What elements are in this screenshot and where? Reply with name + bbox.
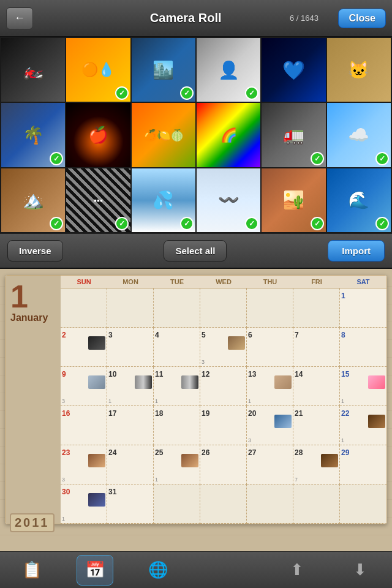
cal-day-28[interactable]: 28 7 — [293, 445, 340, 484]
photo-cell[interactable]: 🌴 ✓ — [1, 103, 65, 167]
month-number: 1 — [10, 281, 56, 312]
selected-badge: ✓ — [311, 152, 324, 165]
photo-cell[interactable]: 🌈 — [197, 103, 260, 167]
cal-thumb — [88, 375, 105, 389]
photo-cell[interactable]: 🌊 ✓ — [327, 168, 391, 232]
selected-badge: ✓ — [115, 86, 129, 100]
cal-day-3[interactable]: 3 — [107, 328, 154, 367]
cal-day-18[interactable]: 18 — [154, 406, 200, 445]
calendar-icon: 📅 — [85, 560, 105, 579]
photo-thumbnail: 🍊🍋🍈 — [132, 103, 195, 167]
cal-day-26[interactable]: 26 — [200, 445, 247, 484]
cal-day-27[interactable]: 27 — [247, 445, 293, 484]
cal-day-21[interactable]: 21 — [293, 406, 340, 445]
cal-day-29[interactable]: 29 — [340, 445, 386, 484]
nav-journal[interactable]: 📋 — [13, 555, 50, 586]
cal-cell-empty — [200, 484, 247, 524]
selected-badge: ✓ — [50, 152, 63, 165]
photo-count: 6 / 1643 — [290, 13, 318, 23]
cal-day-17[interactable]: 17 — [107, 406, 154, 445]
cal-day-14[interactable]: 14 — [293, 367, 340, 406]
cal-day-12[interactable]: 12 — [200, 367, 247, 406]
cal-day-30[interactable]: 30 1 — [61, 484, 107, 524]
photo-cell[interactable]: 🐱 — [327, 38, 391, 102]
nav-world[interactable]: 🌐 — [140, 555, 176, 586]
cal-thumb — [274, 415, 292, 428]
cal-thumb — [228, 336, 245, 350]
cal-day-15[interactable]: 15 1 — [340, 367, 386, 406]
photo-thumbnail: 🌈 — [197, 103, 260, 167]
cal-day-16[interactable]: 16 — [61, 406, 107, 445]
photo-cell[interactable]: 💙 — [262, 38, 325, 102]
cal-day-13[interactable]: 13 1 — [247, 367, 293, 406]
photo-cell[interactable]: 🚛 ✓ — [262, 103, 325, 167]
selected-badge: ✓ — [375, 217, 389, 230]
cal-thumb — [135, 375, 152, 389]
selected-badge: ✓ — [180, 217, 194, 230]
cal-day-2[interactable]: 2 — [61, 328, 107, 367]
selected-badge: ✓ — [375, 152, 389, 165]
cal-day-6[interactable]: 6 — [247, 328, 293, 367]
cal-cell-empty — [293, 288, 340, 328]
photo-cell[interactable]: 🟠💧 ✓ — [66, 38, 130, 102]
cal-cell-empty — [293, 484, 340, 524]
calendar-wrapper: 1 January SUN MON TUE WED THU FRI SAT — [5, 275, 387, 524]
back-icon: ← — [14, 12, 25, 24]
photo-grid: 🏍️ 🟠💧 ✓ 🏙️ ✓ 👤 ✓ 💙 🐱 🌴 ✓ 🍎 🍊🍋🍈 — [0, 37, 392, 233]
day-name-wed: WED — [200, 276, 247, 288]
day-name-sat: SAT — [340, 276, 386, 288]
photo-cell[interactable]: 🍎 — [66, 103, 130, 167]
photo-thumbnail: 🏍️ — [1, 38, 65, 102]
month-name: January — [10, 312, 56, 323]
nav-upload[interactable]: ⬆ — [279, 555, 315, 586]
cal-day-10[interactable]: 10 1 — [107, 367, 154, 406]
select-all-button[interactable]: Select all — [164, 240, 227, 262]
photo-cell[interactable]: 👤 ✓ — [197, 38, 260, 102]
photo-cell[interactable]: 🏔️ ✓ — [1, 168, 65, 232]
cal-day-1[interactable]: 1 — [340, 288, 386, 328]
photo-cell[interactable]: 🏙️ ✓ — [132, 38, 195, 102]
photo-cell[interactable]: 🏍️ — [1, 38, 65, 102]
cal-day-8[interactable]: 8 — [340, 328, 386, 367]
photo-cell[interactable]: 〰️ ✓ — [197, 168, 260, 232]
close-button[interactable]: Close — [338, 9, 386, 28]
cal-day-11[interactable]: 11 1 — [154, 367, 200, 406]
day-name-tue: TUE — [154, 276, 200, 288]
cal-day-9[interactable]: 9 3 — [61, 367, 107, 406]
photo-cell[interactable]: ▪▪▪ ✓ — [66, 168, 130, 232]
calendar-header: 1 January SUN MON TUE WED THU FRI SAT — [6, 276, 386, 524]
photo-cell[interactable]: 🏜️ ✓ — [262, 168, 325, 232]
cal-cell-empty — [154, 288, 200, 328]
day-name-fri: FRI — [293, 276, 340, 288]
photo-cell[interactable]: ☁️ ✓ — [327, 103, 391, 167]
import-button[interactable]: Import — [328, 240, 385, 262]
cal-cell-empty — [154, 484, 200, 524]
cal-thumb — [181, 454, 198, 467]
cal-day-7[interactable]: 7 — [293, 328, 340, 367]
cal-day-24[interactable]: 24 — [107, 445, 154, 484]
calendar-body: 1 2 3 4 5 3 — [61, 288, 386, 524]
photo-thumbnail: 💙 — [262, 38, 325, 102]
cal-day-25[interactable]: 25 1 — [154, 445, 200, 484]
cal-day-23[interactable]: 23 3 — [61, 445, 107, 484]
back-button[interactable]: ← — [6, 7, 33, 29]
inverse-button[interactable]: Inverse — [7, 240, 63, 262]
photo-thumbnail: 🐱 — [327, 38, 391, 102]
photo-cell[interactable]: 🍊🍋🍈 — [132, 103, 195, 167]
cal-day-20[interactable]: 20 3 — [247, 406, 293, 445]
cal-thumb — [368, 415, 385, 428]
photo-cell[interactable]: 💦 ✓ — [132, 168, 195, 232]
selected-badge: ✓ — [115, 217, 129, 230]
cal-day-31[interactable]: 31 — [107, 484, 154, 524]
cal-day-19[interactable]: 19 — [200, 406, 247, 445]
camera-roll-panel: ← Camera Roll 6 / 1643 Close 🏍️ 🟠💧 ✓ 🏙️ … — [0, 0, 392, 269]
cal-day-5[interactable]: 5 3 — [200, 328, 247, 367]
nav-download[interactable]: ⬇ — [342, 555, 379, 586]
world-icon: 🌐 — [148, 560, 168, 579]
cal-thumb — [88, 336, 105, 350]
day-name-sun: SUN — [61, 276, 107, 288]
cal-day-4[interactable]: 4 — [154, 328, 200, 367]
nav-spacer-left — [203, 555, 252, 586]
nav-calendar[interactable]: 📅 — [77, 555, 113, 586]
cal-day-22[interactable]: 22 1 — [340, 406, 386, 445]
